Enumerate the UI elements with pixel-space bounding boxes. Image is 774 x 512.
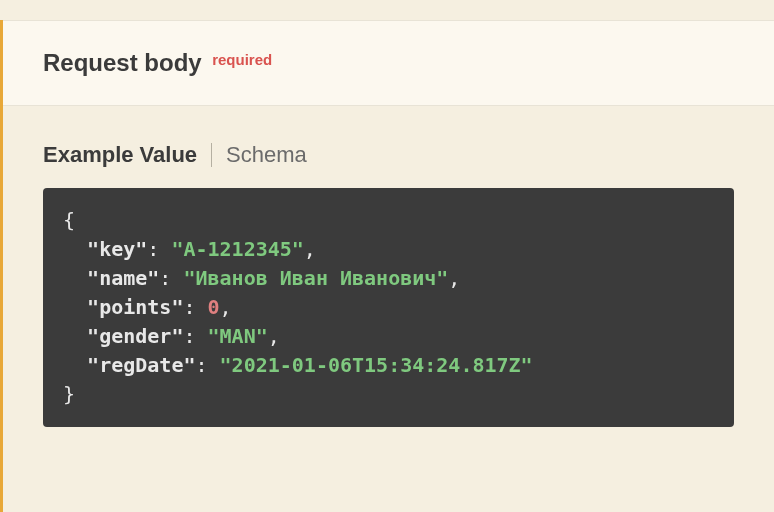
json-value: "2021-01-06T15:34:24.817Z" [220, 353, 533, 377]
json-key: "gender" [87, 324, 183, 348]
example-code-block[interactable]: { "key": "A-1212345", "name": "Иванов Ив… [43, 188, 734, 427]
json-key: "key" [87, 237, 147, 261]
json-key: "name" [87, 266, 159, 290]
json-key: "points" [87, 295, 183, 319]
tab-divider [211, 143, 212, 167]
required-badge: required [212, 51, 272, 68]
tabs: Example Value Schema [43, 142, 734, 168]
json-value: "A-1212345" [171, 237, 303, 261]
json-value: "MAN" [208, 324, 268, 348]
tab-schema[interactable]: Schema [226, 142, 307, 168]
header-panel: Request body required [3, 20, 774, 106]
section-title: Request body [43, 49, 202, 76]
json-value: 0 [208, 295, 220, 319]
body-panel: Example Value Schema { "key": "A-1212345… [3, 106, 774, 447]
request-body-section: Request body required Example Value Sche… [0, 20, 774, 512]
json-value: "Иванов Иван Иванович" [183, 266, 448, 290]
tab-example-value[interactable]: Example Value [43, 142, 197, 168]
json-key: "regDate" [87, 353, 195, 377]
